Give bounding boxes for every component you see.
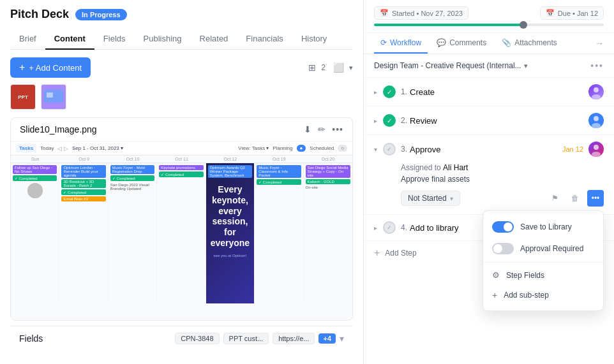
- add-sub-step-label: Add sub-step: [504, 291, 549, 300]
- step-library-name: Add to library: [410, 223, 459, 233]
- status-badge: In Progress: [75, 9, 127, 20]
- save-to-library-toggle[interactable]: [492, 221, 514, 233]
- save-to-library-item[interactable]: Save to Library: [483, 216, 603, 238]
- progress-area: 📅 Started • Nov 27, 2023 📅 Due • Jan 12: [364, 0, 614, 33]
- step-create: ▸ ✓ 1. Create: [364, 78, 614, 106]
- edit-icon[interactable]: ✏: [318, 124, 326, 135]
- calendar-icon: 📅: [380, 9, 389, 17]
- fields-chevron-icon[interactable]: ▾: [340, 333, 344, 344]
- step-approve-date: Jan 12: [562, 145, 583, 153]
- tab-fields[interactable]: Fields: [94, 29, 135, 50]
- add-sub-step-item[interactable]: + Add sub-step: [483, 285, 603, 305]
- workflow-arrow-icon[interactable]: →: [595, 38, 604, 48]
- header: Pitch Deck In Progress Brief Content Fie…: [0, 0, 363, 50]
- tab-content[interactable]: Content: [45, 29, 94, 50]
- design-team-text: Design Team - Creative Request (Internal…: [374, 61, 521, 70]
- fields-tags: CPN-3848 PPT cust... https://e... +4 ▾: [175, 333, 344, 344]
- expand-icon: ⬜: [333, 62, 344, 73]
- field-tag-more[interactable]: +4: [318, 333, 336, 344]
- tab-attachments[interactable]: 📎 Attachments: [495, 33, 564, 54]
- step-approve-header[interactable]: ▾ ✓ 3. Approve Jan 12: [364, 135, 614, 163]
- design-team-more-icon[interactable]: •••: [590, 61, 604, 71]
- tab-brief[interactable]: Brief: [10, 29, 45, 50]
- svg-point-4: [594, 87, 599, 92]
- tab-related[interactable]: Related: [191, 29, 237, 50]
- left-panel: Pitch Deck In Progress Brief Content Fie…: [0, 0, 364, 364]
- progress-fill: [374, 24, 523, 26]
- step-review-header[interactable]: ▸ ✓ 2. Review: [364, 106, 614, 135]
- step-approve-avatar: [588, 142, 604, 157]
- workflow-icon: ⟳: [380, 38, 387, 47]
- step-review-avatar: [588, 113, 604, 128]
- dropdown-menu: Save to Library Approval Required: [483, 210, 604, 311]
- approval-toggle-off[interactable]: [492, 243, 514, 254]
- tab-history[interactable]: History: [292, 29, 336, 50]
- save-to-library-label: Save to Library: [520, 222, 572, 231]
- add-content-button[interactable]: + + Add Content: [10, 57, 91, 78]
- tab-financials[interactable]: Financials: [237, 29, 292, 50]
- field-tag-ppt[interactable]: PPT cust...: [223, 333, 269, 344]
- svg-point-5: [592, 94, 601, 99]
- svg-point-8: [594, 145, 599, 150]
- step-review-expand-icon[interactable]: ▸: [374, 117, 383, 124]
- step-approve-number: 3.: [401, 145, 407, 154]
- status-action-row: Not Started ▾ ⚑ 🗑 •••: [401, 190, 604, 207]
- step-create-expand-icon[interactable]: ▸: [374, 89, 383, 96]
- thumbnail-img[interactable]: [41, 84, 66, 110]
- design-team-row: Design Team - Creative Request (Internal…: [364, 54, 614, 78]
- flag-icon-button[interactable]: ⚑: [546, 190, 563, 207]
- step-assign-row: Assigned to Ali Hart: [401, 163, 604, 172]
- field-tag-url[interactable]: https://e...: [273, 333, 315, 344]
- add-step-plus-icon: +: [374, 247, 380, 259]
- more-options-button[interactable]: •••: [587, 190, 604, 207]
- step-create-number: 1.: [401, 87, 407, 96]
- step-fields-item[interactable]: ⚙ Step Fields: [483, 265, 603, 285]
- step-create-header[interactable]: ▸ ✓ 1. Create: [364, 78, 614, 106]
- step-review-check: ✓: [383, 114, 396, 127]
- tab-comments[interactable]: 💬 Comments: [430, 33, 493, 54]
- progress-dot: [520, 21, 527, 29]
- tabs: Brief Content Fields Publishing Related …: [10, 29, 353, 50]
- avatar-review-svg: [588, 113, 604, 128]
- step-library-number: 4.: [401, 223, 407, 232]
- trash-icon-button[interactable]: 🗑: [567, 190, 583, 207]
- fields-label: Fields: [19, 333, 43, 344]
- step-create-check: ✓: [383, 85, 396, 98]
- workflow-content: Design Team - Creative Request (Internal…: [364, 54, 614, 364]
- tab-publishing[interactable]: Publishing: [135, 29, 191, 50]
- attachments-icon: 📎: [502, 38, 511, 47]
- tab-workflow[interactable]: ⟳ Workflow: [374, 33, 428, 54]
- right-panel: 📅 Started • Nov 27, 2023 📅 Due • Jan 12 …: [364, 0, 614, 364]
- started-meta: 📅 Started • Nov 27, 2023: [374, 6, 468, 20]
- step-action-icons: ⚑ 🗑 •••: [546, 190, 604, 207]
- approval-required-item[interactable]: Approval Required: [483, 238, 603, 259]
- due-label: Due • Jan 12: [558, 10, 598, 17]
- not-started-label: Not Started: [408, 194, 447, 203]
- expand-chevron[interactable]: ▾: [349, 64, 353, 72]
- field-tag-cpn[interactable]: CPN-3848: [175, 333, 219, 344]
- dropdown-divider: [483, 262, 603, 263]
- save-toggle-on[interactable]: [492, 221, 514, 233]
- not-started-button[interactable]: Not Started ▾: [401, 191, 460, 206]
- ppt-label: PPT: [18, 94, 28, 100]
- step-review: ▸ ✓ 2. Review: [364, 106, 614, 135]
- more-icon[interactable]: •••: [332, 124, 343, 135]
- step-create-avatar: [588, 84, 604, 99]
- attachments-label: Attachments: [514, 38, 557, 47]
- started-label: Started • Nov 27, 2023: [392, 10, 463, 17]
- assignee-name: Ali Hart: [443, 163, 468, 172]
- download-icon[interactable]: ⬇: [304, 124, 311, 135]
- step-library-expand-icon[interactable]: ▸: [374, 224, 383, 231]
- step-fields-label: Step Fields: [506, 271, 544, 280]
- toolbar-right: ⊞ 2 ⬜ ▾: [308, 62, 353, 73]
- step-approve-expand-icon[interactable]: ▾: [374, 146, 383, 153]
- add-step-label: Add Step: [385, 249, 416, 258]
- step-approve: ▾ ✓ 3. Approve Jan 12 Assigned to Ali Ha…: [364, 135, 614, 215]
- file-preview: Tasks Today ◁ ▷ Sep 1 - Oct 31, 2023 ▾ V…: [11, 142, 352, 320]
- approval-toggle[interactable]: [492, 243, 514, 254]
- design-team-chevron-icon[interactable]: ▾: [524, 62, 528, 70]
- plus-icon: +: [19, 62, 25, 73]
- thumbnail-ppt[interactable]: PPT: [10, 84, 36, 110]
- due-calendar-icon: 📅: [546, 9, 555, 17]
- workflow-label: Workflow: [390, 38, 421, 47]
